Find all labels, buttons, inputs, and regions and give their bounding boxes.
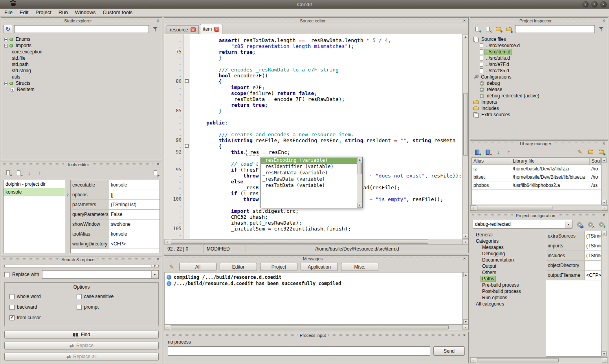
menu-run[interactable]: Run	[55, 9, 72, 15]
category-node[interactable]: Messages	[471, 244, 544, 251]
scroll-up-button[interactable]: ▲	[602, 157, 607, 163]
panel-close-icon[interactable]	[602, 141, 606, 146]
filter-all[interactable]: All	[179, 263, 216, 271]
move-library-down-button[interactable]: ↓	[494, 148, 503, 156]
panel-close-icon[interactable]	[462, 18, 467, 23]
shade-button[interactable]: ∨	[582, 1, 589, 7]
property-row[interactable]: extraSources(TStringList)	[546, 231, 601, 241]
property-value[interactable]: swoNone	[109, 219, 160, 229]
scroll-left-button[interactable]: ‹	[164, 325, 170, 330]
chevron-down-icon[interactable]	[565, 221, 572, 228]
panel-close-icon[interactable]	[462, 256, 467, 261]
menu-project[interactable]: Project	[32, 9, 55, 15]
property-row[interactable]: toolAliaskonsole	[71, 229, 160, 239]
clear-messages-button[interactable]: ✎	[167, 263, 176, 271]
option-prompt[interactable]: prompt	[77, 304, 154, 310]
menu-file[interactable]: File	[1, 9, 16, 15]
replace-combo[interactable]	[42, 270, 159, 279]
panel-close-icon[interactable]	[156, 257, 160, 262]
scroll-left-button[interactable]: ‹	[470, 205, 476, 210]
checkbox[interactable]	[9, 315, 15, 320]
scroll-down-button[interactable]: ▼	[602, 200, 607, 205]
maximize-button[interactable]: ∧	[591, 1, 598, 7]
symbol-node[interactable]: −Imports	[1, 42, 162, 49]
move-library-up-button[interactable]: ↑	[504, 148, 513, 156]
replace-button[interactable]: ⇄Replace	[4, 342, 159, 349]
category-node[interactable]: Documentation	[471, 257, 544, 263]
symbol-node[interactable]: +ResItem	[1, 86, 162, 93]
scroll-up-button[interactable]: ▲	[602, 231, 607, 236]
add-tool-button[interactable]: +	[4, 168, 12, 177]
open-folder-button[interactable]: ▸	[504, 25, 513, 33]
panel-close-icon[interactable]	[602, 18, 606, 23]
checkbox[interactable]	[77, 294, 82, 299]
category-node[interactable]: General	[471, 232, 544, 238]
project-node[interactable]: Imports	[470, 99, 608, 105]
menu-edit[interactable]: Edit	[16, 9, 32, 15]
property-row[interactable]: queryParametersFalse	[71, 210, 160, 219]
completion-item[interactable]: _resTxtData (variable)	[261, 183, 357, 189]
category-node[interactable]: Categories	[471, 238, 544, 244]
tab-item[interactable]: item×	[200, 24, 223, 34]
scroll-down-button[interactable]: ▼	[357, 203, 362, 208]
message-row[interactable]: /.../build/resource.d.coedit has been su…	[165, 280, 462, 287]
scroll-up-button[interactable]: ▲	[463, 272, 468, 277]
scroll-right-button[interactable]: ›	[462, 325, 468, 330]
option-backward[interactable]: backward	[9, 304, 77, 310]
filter-project[interactable]: Project	[260, 263, 297, 271]
scrollbar-thumb[interactable]	[358, 163, 362, 174]
add-folder-button[interactable]: +	[494, 25, 503, 33]
send-button[interactable]: Send	[433, 346, 465, 356]
panel-header[interactable]: Static explorer	[1, 18, 162, 24]
property-value[interactable]	[585, 261, 601, 270]
filter-application[interactable]: Application	[301, 263, 338, 271]
tab-close-icon[interactable]: ×	[214, 27, 219, 32]
chevron-down-icon[interactable]	[151, 271, 158, 278]
project-node[interactable]: ../src/z85.d	[470, 68, 608, 74]
property-row[interactable]: objectDirectory	[546, 261, 601, 271]
property-row[interactable]: workingDirectory<CFP>	[71, 239, 160, 249]
process-input-field[interactable]	[168, 346, 430, 356]
message-row[interactable]: compiling /.../build/resource.d.coedit	[165, 274, 462, 280]
category-node[interactable]: Output	[471, 263, 544, 269]
close-button[interactable]: ×	[600, 1, 607, 7]
library-row[interactable]: iz/home/basile/Dev/Iz/lib/iz.a/ho	[472, 165, 601, 173]
execute-tool-button[interactable]: ▸	[151, 168, 160, 177]
library-add-folder-button[interactable]: +	[597, 148, 605, 156]
property-value[interactable]: (TStringList)	[585, 231, 601, 241]
refresh-button[interactable]: ↻	[4, 25, 12, 33]
scrollbar-thumb[interactable]	[171, 325, 449, 329]
scrollbar-thumb[interactable]	[477, 358, 559, 362]
scroll-left-button[interactable]: ‹	[164, 239, 170, 244]
edit-library-button[interactable]: ✎	[576, 148, 584, 156]
sync-configuration-button[interactable]: ⇄	[575, 220, 583, 229]
project-node[interactable]: debug	[470, 80, 608, 86]
property-value[interactable]: []	[109, 190, 160, 199]
project-node[interactable]: ../src/item.d	[470, 49, 608, 55]
category-node[interactable]: All categories	[471, 301, 544, 307]
property-row[interactable]: executablekonsole	[71, 180, 160, 190]
tab-close-icon[interactable]: ×	[191, 27, 196, 32]
configuration-select[interactable]: debug-redirected	[473, 220, 572, 229]
property-row[interactable]: options[]	[71, 190, 160, 200]
category-node[interactable]: Others	[471, 269, 544, 276]
checkbox[interactable]	[9, 294, 15, 299]
project-filter-input[interactable]	[515, 25, 595, 33]
project-node[interactable]: debug-redirected (active)	[470, 93, 608, 99]
scroll-down-button[interactable]: ▼	[463, 234, 468, 239]
search-combo[interactable]	[4, 265, 159, 267]
library-from-folder-button[interactable]	[586, 148, 595, 156]
expand-icon[interactable]: +	[11, 88, 14, 91]
scroll-down-button[interactable]: ▼	[463, 319, 468, 324]
collapse-icon[interactable]: −	[4, 44, 8, 48]
project-node[interactable]: release	[470, 86, 608, 93]
symbol-filter-input[interactable]	[14, 25, 149, 33]
menu-windows[interactable]: Windows	[72, 9, 99, 15]
scrollbar-thumb[interactable]	[171, 240, 428, 244]
symbol-node[interactable]: std.string	[1, 68, 162, 74]
completion-item[interactable]: _resMetaData (variable)	[261, 170, 357, 176]
option-whole-word[interactable]: whole word	[9, 294, 77, 299]
panel-close-icon[interactable]	[602, 213, 606, 218]
fold-marker[interactable]: −	[185, 144, 189, 148]
project-node[interactable]: Configurations	[470, 74, 608, 80]
